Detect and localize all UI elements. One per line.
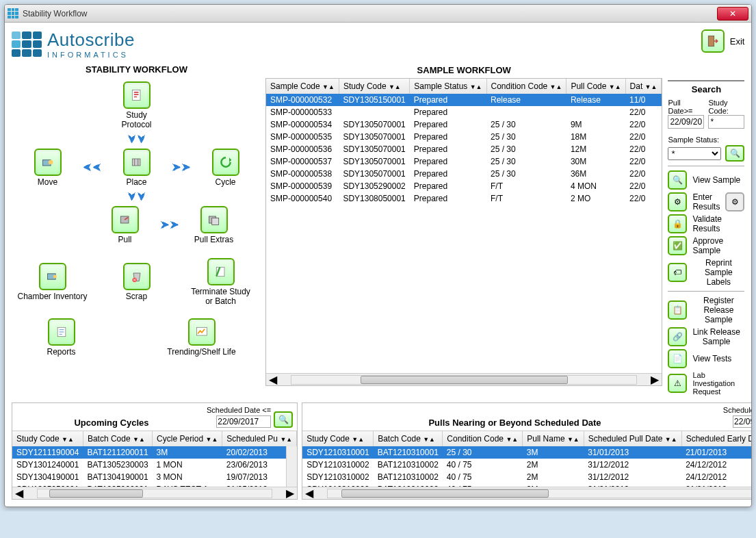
view-tests-button[interactable]: 📄View Tests	[668, 349, 744, 368]
arrow-right-icon: ⮞⮞	[160, 220, 179, 231]
terminate-icon	[207, 258, 235, 285]
terminate-button[interactable]: Terminate Study or Batch	[180, 258, 262, 306]
sample-status-select[interactable]: *	[668, 147, 721, 160]
upcoming-sched-label: Scheduled Date <=	[207, 406, 271, 414]
pulls-title: Pulls Nearing or Beyond Scheduled Date	[307, 418, 723, 428]
sample-workflow-table[interactable]: Sample Code ▼▲Study Code ▼▲Sample Status…	[266, 79, 662, 205]
reports-button[interactable]: Reports	[31, 318, 92, 357]
right-panel: Exit Search Pull Date>= Study Code: Samp…	[668, 29, 744, 398]
scrap-button[interactable]: Scrap	[106, 263, 168, 301]
approve-sample-button[interactable]: ✅Approve Sample	[668, 236, 744, 255]
column-header[interactable]: Batch Code ▼▲	[83, 431, 152, 446]
column-header[interactable]: Condition Code ▼▲	[443, 431, 523, 446]
column-header[interactable]: Study Code ▼▲	[12, 431, 83, 446]
table-row[interactable]: SMP-000000534SDY1305070001Prepared25 / 3…	[266, 118, 662, 131]
column-header[interactable]: Sample Status ▼▲	[410, 79, 486, 94]
pull-date-label: Pull Date>=	[668, 99, 704, 115]
enter-results-button[interactable]: ⚙Enter Results⚙	[668, 192, 744, 212]
cycle-button[interactable]: Cycle	[195, 149, 257, 187]
svg-rect-3	[132, 159, 140, 166]
left-panel: Autoscribe INFORMATICS STABILITY WORKFLO…	[12, 29, 261, 398]
upcoming-cycles-table[interactable]: Study Code ▼▲Batch Code ▼▲Cycle Period ▼…	[12, 431, 297, 496]
table-row[interactable]: SMP-000000532SDY1305150001PreparedReleas…	[266, 94, 662, 106]
table-row[interactable]: SMP-000000538SDY1305070001Prepared25 / 3…	[266, 168, 662, 180]
logo: Autoscribe INFORMATICS	[12, 29, 261, 59]
search-title: Search	[668, 80, 744, 94]
move-icon	[34, 149, 62, 176]
pull-date-input[interactable]	[668, 115, 704, 129]
column-header[interactable]: Scheduled Pu ▼▲	[222, 431, 297, 446]
column-header[interactable]: Sample Code ▼▲	[266, 79, 339, 94]
upcoming-search-button[interactable]: 🔍	[274, 411, 293, 428]
table-row[interactable]: SDY1304190001BAT13041900013 MON19/07/201…	[12, 471, 297, 483]
arrow-right-icon: ⮞⮞	[172, 162, 191, 173]
column-header[interactable]: Dat ▼▲	[625, 79, 662, 94]
column-header[interactable]: Study Code ▼▲	[302, 431, 373, 446]
column-header[interactable]: Study Code ▼▲	[339, 79, 409, 94]
pulls-table[interactable]: Study Code ▼▲Batch Code ▼▲Condition Code…	[302, 431, 752, 496]
column-header[interactable]: Condition Code ▼▲	[486, 79, 566, 94]
table-row[interactable]: SDY1210310002BAT121031000240 / 752M31/12…	[302, 459, 752, 471]
horizontal-scrollbar[interactable]: ◀ ▶	[266, 373, 662, 385]
table-row[interactable]: SMP-000000539SDY1305290002PreparedF/T4 M…	[266, 180, 662, 192]
horizontal-scrollbar[interactable]: ◀▶	[302, 487, 752, 499]
table-row[interactable]: SMP-000000536SDY1305070001Prepared25 / 3…	[266, 143, 662, 155]
stability-title: STABILITY WORKFLOW	[12, 64, 261, 75]
column-header[interactable]: Cycle Period ▼▲	[153, 431, 222, 446]
table-row[interactable]: SDY1301240001BAT13052300031 MON23/06/201…	[12, 459, 297, 471]
link-icon: 🔗	[668, 327, 687, 346]
list-icon: 📄	[668, 349, 687, 368]
horizontal-scrollbar[interactable]: ◀▶	[12, 487, 297, 499]
search-button[interactable]: 🔍	[725, 145, 744, 162]
logo-text: Autoscribe	[47, 29, 135, 51]
magnifier-icon: 🔍	[668, 170, 687, 190]
vertical-scrollbar[interactable]	[286, 446, 297, 487]
pull-button[interactable]: Pull	[94, 206, 156, 244]
exit-button[interactable]: Exit	[668, 29, 744, 53]
study-code-input[interactable]	[708, 115, 744, 129]
column-header[interactable]: Scheduled Pull Date ▼▲	[584, 431, 681, 446]
trending-button[interactable]: Trending/Shelf Life	[161, 318, 243, 357]
exit-icon	[701, 29, 725, 53]
column-header[interactable]: Scheduled Early Date ▼▲	[681, 431, 752, 446]
reprint-button[interactable]: 🏷Reprint Sample Labels	[668, 258, 744, 287]
register-release-button[interactable]: 📋Register Release Sample	[668, 296, 744, 324]
column-header[interactable]: Pull Code ▼▲	[566, 79, 625, 94]
upcoming-cycles-title: Upcoming Cycles	[16, 418, 207, 428]
study-code-label: Study Code:	[708, 99, 744, 115]
move-button[interactable]: Move	[17, 149, 79, 187]
svg-rect-6	[211, 218, 218, 225]
label-icon: 🏷	[668, 263, 687, 282]
place-button[interactable]: Place	[106, 149, 168, 187]
table-row[interactable]: SDY1210310001BAT121031000125 / 303M31/01…	[302, 446, 752, 459]
table-row[interactable]: SMP-000000535SDY1305070001Prepared25 / 3…	[266, 131, 662, 143]
pulls-sched-input[interactable]	[733, 415, 752, 428]
svg-point-2	[48, 160, 53, 165]
view-sample-button[interactable]: 🔍View Sample	[668, 170, 744, 190]
chamber-inventory-button[interactable]: Chamber Inventory	[12, 263, 94, 301]
approve-icon: ✅	[668, 236, 687, 255]
trending-icon	[188, 318, 216, 346]
pull-extras-button[interactable]: Pull Extras	[183, 206, 245, 244]
logo-sub: INFORMATICS	[47, 51, 135, 59]
study-protocol-button[interactable]: Study Protocol	[106, 81, 168, 129]
table-row[interactable]: SMP-000000533Prepared22/0	[266, 106, 662, 118]
table-row[interactable]: SDY1211190004BAT12112000113M20/02/2013	[12, 446, 297, 459]
sample-workflow-panel: SAMPLE WORKFLOW Sample Code ▼▲Study Code…	[265, 29, 662, 398]
main-window: Stability Workflow ✕ Autoscribe INFORMAT…	[4, 4, 752, 507]
upcoming-sched-input[interactable]	[216, 415, 271, 428]
svg-rect-13	[708, 36, 714, 47]
close-button[interactable]: ✕	[717, 7, 748, 21]
warning-icon: ⚠	[668, 374, 687, 393]
column-header[interactable]: Batch Code ▼▲	[374, 431, 443, 446]
column-header[interactable]: Pull Name ▼▲	[523, 431, 584, 446]
arrow-down-icon: ⮟⮟	[127, 191, 146, 202]
table-row[interactable]: SDY1210310002BAT121031000240 / 752M31/12…	[302, 471, 752, 483]
link-release-button[interactable]: 🔗Link Release Sample	[668, 327, 744, 346]
table-row[interactable]: SMP-000000540SDY1308050001PreparedF/T2 M…	[266, 192, 662, 205]
titlebar: Stability Workflow ✕	[5, 5, 751, 23]
table-row[interactable]: SMP-000000537SDY1305070001Prepared25 / 3…	[266, 155, 662, 168]
lab-investigation-button[interactable]: ⚠Lab Investigation Request	[668, 371, 744, 396]
window-title: Stability Workflow	[23, 9, 717, 18]
validate-results-button[interactable]: 🔒Validate Results	[668, 214, 744, 233]
